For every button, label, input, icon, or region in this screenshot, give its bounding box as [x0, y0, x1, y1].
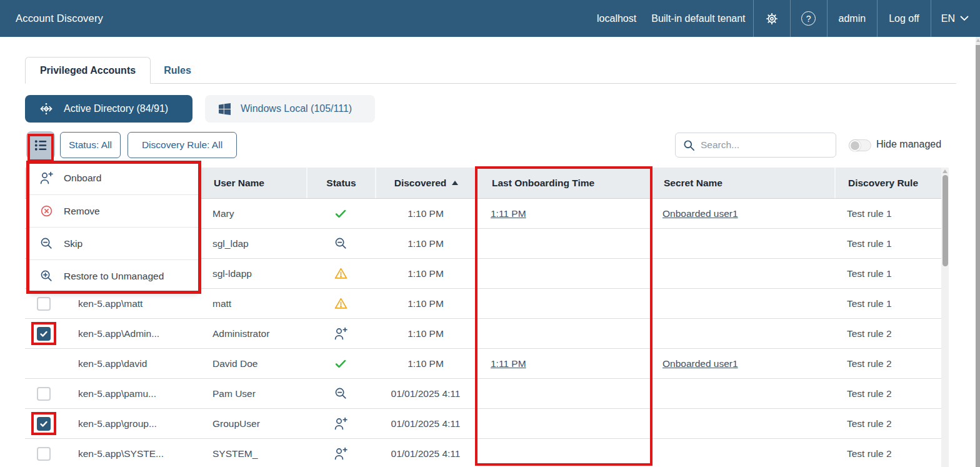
windows-logo-icon — [219, 103, 231, 115]
discovered-cell: 01/01/2025 4:11 — [375, 379, 476, 408]
account-discovery-screen: Account Discovery localhost Built-in def… — [0, 0, 980, 467]
discovered-cell: 1:10 PM — [375, 349, 476, 378]
header-status[interactable]: Status — [306, 168, 375, 198]
status-cell — [306, 199, 375, 228]
menu-item-remove[interactable]: Remove — [29, 194, 199, 227]
list-icon — [33, 138, 49, 153]
secret-name-cell — [651, 379, 834, 408]
secret-name-cell: Onboarded user1 — [651, 349, 834, 378]
discovered-cell: 1:10 PM — [375, 289, 476, 318]
last-onboarding-link[interactable]: 1:11 PM — [491, 208, 526, 219]
discovery-rule-cell: Test rule 1 — [834, 289, 942, 318]
row-select-cell — [25, 289, 66, 318]
row-checkbox[interactable] — [37, 417, 51, 431]
tenant-label: Built-in default tenant — [644, 0, 752, 37]
table-row[interactable]: ken-5.app\david David Doe 1:10 PM 1:11 P… — [25, 349, 942, 379]
user-name-cell: sgl_ldap — [200, 229, 306, 258]
discovery-rule-cell: Test rule 2 — [834, 379, 942, 408]
secret-name-link[interactable]: Onboarded user1 — [662, 208, 738, 219]
row-checkbox[interactable] — [37, 327, 51, 341]
row-select-cell — [25, 409, 66, 438]
table-row[interactable]: ken-5.app\Admin... Administrator 1:10 PM… — [25, 319, 942, 349]
discovered-cell: 1:10 PM — [375, 319, 476, 348]
discovered-cell: 1:10 PM — [375, 259, 476, 288]
row-checkbox[interactable] — [37, 297, 51, 311]
discovery-rule-cell: Test rule 1 — [834, 229, 942, 258]
user-menu[interactable]: admin — [828, 0, 878, 37]
header-discovered[interactable]: Discovered — [375, 168, 476, 198]
status-to-onboard-icon — [333, 446, 348, 461]
tab-rules[interactable]: Rules — [155, 57, 200, 84]
status-onboarded-icon — [334, 207, 348, 221]
search-input[interactable] — [701, 139, 828, 151]
last-onboarding-cell: 1:11 PM — [476, 199, 651, 228]
header-user-name[interactable]: User Name — [200, 168, 306, 198]
header-discovery-rule[interactable]: Discovery Rule — [834, 168, 942, 198]
status-cell — [306, 289, 375, 318]
zoom-in-icon — [38, 269, 54, 283]
windows-local-button[interactable]: Windows Local (105/111) — [205, 95, 375, 123]
search-icon — [683, 139, 695, 151]
status-to-onboard-icon — [333, 416, 348, 431]
menu-item-onboard[interactable]: Onboard — [29, 162, 199, 194]
account-name-cell: ken-5.app\david — [66, 349, 200, 378]
hide-managed-label: Hide managed — [876, 139, 941, 150]
status-cell — [306, 379, 375, 408]
last-onboarding-cell — [476, 379, 651, 408]
table-row[interactable]: ken-5.app\matt matt 1:10 PM Test rule 1 — [25, 289, 942, 319]
secret-name-cell — [651, 439, 834, 467]
table-scrollbar[interactable] — [941, 168, 949, 467]
row-select-cell — [25, 349, 66, 378]
row-checkbox[interactable] — [37, 387, 51, 401]
secret-name-cell — [651, 319, 834, 348]
status-cell — [306, 319, 375, 348]
header-last-onboarding-time[interactable]: Last Onboarding Time — [476, 168, 651, 198]
zoom-out-icon — [38, 236, 54, 251]
last-onboarding-cell — [476, 289, 651, 318]
secret-name-link[interactable]: Onboarded user1 — [662, 358, 738, 369]
discovery-rule-filter-button[interactable]: Discovery Rule: All — [128, 132, 237, 158]
status-cell — [306, 259, 375, 288]
last-onboarding-cell — [476, 259, 651, 288]
table-row[interactable]: ken-5.app\pamu... Pam User 01/01/2025 4:… — [25, 379, 942, 409]
row-select-cell — [25, 379, 66, 408]
secret-name-cell — [651, 409, 834, 438]
account-name-cell: ken-5.app\group... — [66, 409, 200, 438]
table-scrollbar-thumb[interactable] — [942, 175, 948, 266]
table-row[interactable]: ken-5.app\group... GroupUser 01/01/2025 … — [25, 409, 942, 439]
last-onboarding-link[interactable]: 1:11 PM — [491, 358, 526, 369]
secret-name-cell — [651, 229, 834, 258]
page-scrollbar[interactable] — [976, 37, 980, 467]
menu-item-restore-to-unmanaged[interactable]: Restore to Unmanaged — [29, 259, 199, 292]
topbar: Account Discovery localhost Built-in def… — [0, 0, 980, 37]
status-filter-button[interactable]: Status: All — [60, 132, 121, 158]
logoff-button[interactable]: Log off — [878, 0, 931, 37]
last-onboarding-cell — [476, 229, 651, 258]
menu-item-skip[interactable]: Skip — [29, 227, 199, 259]
last-onboarding-cell — [476, 439, 651, 467]
row-select-cell — [25, 319, 66, 348]
row-select-cell — [25, 439, 66, 467]
secret-name-cell: Onboarded user1 — [651, 199, 834, 228]
host-label: localhost — [589, 0, 644, 37]
bulk-actions-button[interactable] — [26, 131, 55, 159]
discovery-rule-cell: Test rule 2 — [834, 409, 942, 438]
table-row[interactable]: ken-5.app\SYSTE... SYSTEM_ 01/01/2025 4:… — [25, 439, 942, 467]
header-secret-name[interactable]: Secret Name — [651, 168, 834, 198]
help-button[interactable]: ? — [791, 0, 827, 37]
page-scrollbar-thumb[interactable] — [976, 45, 980, 467]
hide-managed-toggle[interactable] — [849, 139, 871, 151]
status-skipped-icon — [334, 236, 348, 251]
scroll-up-arrow-icon — [942, 169, 948, 173]
sort-ascending-icon — [452, 181, 458, 185]
language-selector[interactable]: EN — [931, 0, 980, 37]
status-cell — [306, 439, 375, 467]
active-directory-icon — [39, 101, 54, 116]
person-plus-icon — [38, 171, 54, 186]
search-box — [675, 133, 836, 158]
active-directory-button[interactable]: Active Directory (84/91) — [25, 95, 192, 123]
settings-button[interactable] — [754, 0, 790, 37]
header-discovered-label: Discovered — [394, 178, 447, 189]
tab-privileged-accounts[interactable]: Privileged Accounts — [25, 57, 151, 84]
row-checkbox[interactable] — [37, 447, 51, 461]
